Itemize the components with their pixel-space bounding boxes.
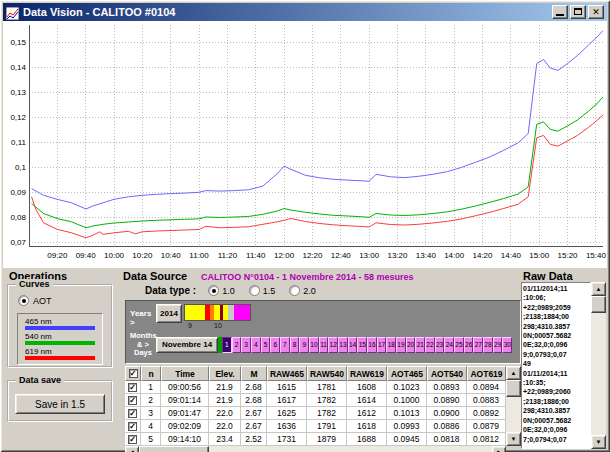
column-header-n[interactable]: n: [141, 366, 161, 381]
day-button-18[interactable]: 18: [386, 337, 396, 353]
day-button-6[interactable]: 6: [270, 337, 280, 353]
day-button-13[interactable]: 13: [338, 337, 348, 353]
minimize-button[interactable]: [552, 5, 568, 19]
column-header-Time[interactable]: Time: [161, 366, 209, 381]
scroll-down-button[interactable]: ▼: [506, 432, 521, 446]
column-header-RAW540[interactable]: RAW540: [307, 366, 347, 381]
data-type-label: Data type :: [145, 285, 196, 296]
close-button[interactable]: ✕: [588, 5, 604, 19]
legend-item: 465 nm: [25, 317, 95, 330]
column-header-AOT540[interactable]: AOT540: [427, 366, 467, 381]
scroll-down-button[interactable]: ▼: [591, 435, 606, 449]
day-button-3[interactable]: 3: [241, 337, 251, 353]
year-strip-segment[interactable]: [234, 305, 250, 320]
data-type-option-1.0[interactable]: 1.0: [208, 285, 235, 296]
legend-label: 619 nm: [25, 347, 95, 356]
day-button-27[interactable]: 27: [473, 337, 483, 353]
day-button-14[interactable]: 14: [348, 337, 358, 353]
day-button-11[interactable]: 11: [319, 337, 329, 353]
raw-data-line: 01/11/2014;11: [523, 284, 590, 293]
table-vertical-scrollbar[interactable]: ▲ ▼: [506, 366, 521, 446]
y-tick-label: 0,14: [10, 63, 26, 72]
day-button-2[interactable]: 2: [232, 337, 242, 353]
day-button-7[interactable]: 7: [280, 337, 290, 353]
raw-data-line: 0N;00057.5682: [523, 331, 590, 340]
scrollbar-thumb[interactable]: [139, 446, 209, 452]
table-row[interactable]: ✓409:02:0922.02.671636179116180.09930.08…: [125, 420, 506, 433]
radio-icon[interactable]: [289, 285, 300, 296]
row-checkbox[interactable]: ✓: [128, 435, 137, 444]
scroll-up-button[interactable]: ▲: [506, 366, 521, 380]
cell-AOT619: 0.0812: [467, 433, 506, 446]
column-header-M[interactable]: M: [241, 366, 267, 381]
column-header-RAW465[interactable]: RAW465: [267, 366, 307, 381]
day-button-16[interactable]: 16: [367, 337, 377, 353]
table-row[interactable]: ✓209:01:1421.92.681617178216140.10000.08…: [125, 394, 506, 407]
column-header-RAW619[interactable]: RAW619: [347, 366, 387, 381]
table-row[interactable]: ✓309:01:4722.02.671625178216120.10130.09…: [125, 407, 506, 420]
radio-icon[interactable]: [208, 285, 219, 296]
day-button-24[interactable]: 24: [444, 337, 454, 353]
cell-RAW619: 1614: [347, 394, 387, 407]
data-type-option-2.0[interactable]: 2.0: [289, 285, 316, 296]
scroll-up-button[interactable]: ▲: [591, 282, 606, 296]
day-button-12[interactable]: 12: [328, 337, 338, 353]
data-type-option-1.5[interactable]: 1.5: [249, 285, 276, 296]
row-checkbox[interactable]: ✓: [128, 409, 137, 418]
day-button-9[interactable]: 9: [299, 337, 309, 353]
column-header-Elev.[interactable]: Elev.: [209, 366, 241, 381]
scroll-left-button[interactable]: ◄: [125, 446, 139, 452]
row-checkbox[interactable]: ✓: [128, 422, 137, 431]
months-days-label-line: Days: [130, 349, 156, 358]
radio-icon[interactable]: [249, 285, 260, 296]
day-button-5[interactable]: 5: [261, 337, 271, 353]
day-button-21[interactable]: 21: [415, 337, 425, 353]
app-window: Data Vision - CALITOO #0104 ✕ 0,070,080,…: [0, 0, 610, 452]
cell-RAW619: 1612: [347, 407, 387, 420]
maximize-button[interactable]: [570, 5, 586, 19]
day-button-20[interactable]: 20: [406, 337, 416, 353]
day-button-4[interactable]: 4: [251, 337, 261, 353]
day-button-28[interactable]: 28: [483, 337, 493, 353]
title-bar[interactable]: Data Vision - CALITOO #0104 ✕: [3, 3, 607, 21]
raw-data-scrollbar[interactable]: ▲ ▼: [591, 282, 606, 449]
day-button-8[interactable]: 8: [290, 337, 300, 353]
year-strip-segment[interactable]: [185, 305, 205, 320]
select-all-checkbox[interactable]: ✓: [129, 369, 138, 378]
table-row[interactable]: ✓109:00:5621.92.681615178116080.10230.08…: [125, 381, 506, 394]
table-header-row: ✓nTimeElev.MRAW465RAW540RAW619AOT465AOT5…: [125, 366, 506, 381]
cell-n: 2: [141, 394, 161, 407]
year-button[interactable]: 2014: [156, 304, 182, 323]
year-activity-strip[interactable]: [184, 304, 251, 321]
cell-AOT619: 0.0883: [467, 394, 506, 407]
day-button-19[interactable]: 19: [396, 337, 406, 353]
day-button-22[interactable]: 22: [425, 337, 435, 353]
day-button-25[interactable]: 25: [454, 337, 464, 353]
day-button-15[interactable]: 15: [357, 337, 367, 353]
month-button[interactable]: Novembre 14: [156, 337, 218, 353]
scrollbar-thumb[interactable]: [591, 296, 606, 313]
x-tick-label: 14:20: [473, 251, 494, 260]
column-header-AOT465[interactable]: AOT465: [387, 366, 427, 381]
day-button-1[interactable]: 1: [222, 337, 232, 353]
row-checkbox[interactable]: ✓: [128, 396, 137, 405]
scrollbar-thumb[interactable]: [506, 380, 521, 397]
day-button-10[interactable]: 10: [309, 337, 319, 353]
column-header-AOT619[interactable]: AOT619: [467, 366, 506, 381]
day-button-23[interactable]: 23: [435, 337, 445, 353]
table-horizontal-scrollbar[interactable]: ◄ ►: [125, 446, 506, 452]
aot-radio-label: AOT: [33, 296, 52, 306]
day-button-29[interactable]: 29: [493, 337, 503, 353]
day-button-26[interactable]: 26: [464, 337, 474, 353]
table-row[interactable]: ✓509:14:1023.42.521731187916880.09450.08…: [125, 433, 506, 446]
raw-data-text[interactable]: 01/11/2014;11:10:06;+22;0989;2059;2138;1…: [521, 282, 591, 449]
aot-radio-row[interactable]: AOT: [18, 295, 111, 306]
save-button[interactable]: Save in 1.5: [15, 394, 105, 414]
cell-Time: 09:00:56: [161, 381, 209, 394]
day-button-30[interactable]: 30: [502, 337, 512, 353]
scroll-right-button[interactable]: ►: [492, 446, 506, 452]
day-button-17[interactable]: 17: [377, 337, 387, 353]
aot-radio[interactable]: [18, 295, 29, 306]
months-days-label: Months& >Days: [130, 332, 156, 358]
row-checkbox[interactable]: ✓: [128, 383, 137, 392]
